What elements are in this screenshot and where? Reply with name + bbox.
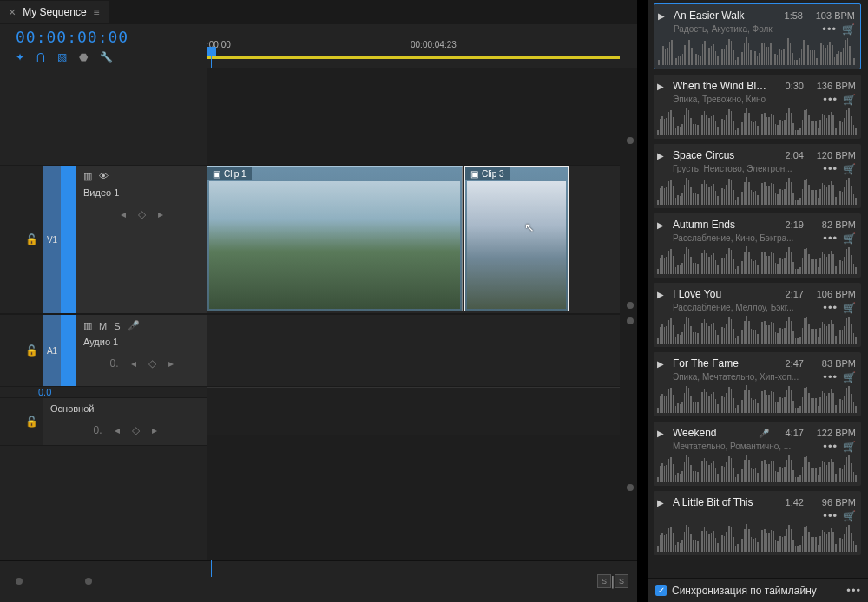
snap-icon[interactable]: ✦	[16, 51, 24, 63]
solo-button[interactable]: S	[114, 321, 120, 331]
master-track-header[interactable]: 🔓 Основной 0. ◂ ◇ ▸	[0, 397, 207, 446]
more-icon[interactable]: •••	[823, 370, 838, 383]
add-keyframe-icon[interactable]: ◇	[132, 424, 140, 436]
add-keyframe-icon[interactable]: ◇	[138, 208, 146, 220]
music-track-card[interactable]: ▶ A Little Bit of This 1:42 96 BPM ••• 🛒	[654, 491, 861, 555]
waveform[interactable]	[657, 387, 856, 413]
waveform[interactable]	[657, 109, 856, 135]
more-icon[interactable]: •••	[823, 301, 838, 314]
music-track-card[interactable]: ▶ Weekend 🎤 4:17 122 BPM Мечтательно, Ро…	[654, 422, 861, 486]
track-tag[interactable]: V1	[43, 166, 61, 313]
clip-3[interactable]: ▣Clip 3	[464, 166, 569, 311]
cart-icon[interactable]: 🛒	[843, 94, 856, 106]
video-track-header[interactable]: 🔓 V1 ▥ 👁 Видео 1 ◂ ◇ ▸	[0, 165, 207, 314]
linked-selection-icon[interactable]: ▧	[57, 51, 67, 63]
marker-icon[interactable]: ⬣	[79, 51, 88, 63]
play-icon[interactable]: ▶	[657, 498, 667, 507]
video-lane[interactable]: ▣Clip 1 ▣Clip 3	[207, 165, 620, 314]
music-track-card[interactable]: ▶ Space Circus 2:04 120 BPM Грусть, Неис…	[654, 144, 861, 208]
close-icon[interactable]: ×	[9, 5, 16, 19]
cart-icon[interactable]: 🛒	[843, 441, 856, 453]
lock-icon[interactable]: 🔓	[25, 416, 38, 428]
tab-menu-icon[interactable]: ≡	[94, 6, 100, 18]
music-track-card[interactable]: ▶ Autumn Ends 2:19 82 BPM Расслабление, …	[654, 213, 861, 278]
cart-icon[interactable]: 🛒	[843, 302, 856, 314]
next-keyframe-icon[interactable]: ▸	[158, 208, 163, 220]
master-lane[interactable]	[207, 387, 620, 435]
track-title: I Love You	[673, 288, 769, 300]
more-icon[interactable]: •••	[823, 232, 838, 245]
music-track-card[interactable]: ▶ When the Wind Blows 0:30 136 BPM Эпика…	[654, 75, 861, 139]
play-icon[interactable]: ▶	[657, 151, 667, 160]
waveform[interactable]	[657, 179, 856, 205]
magnet-icon[interactable]: ⋂	[36, 51, 45, 63]
add-keyframe-icon[interactable]: ◇	[148, 357, 156, 370]
music-track-card[interactable]: ▶ An Easier Walk 1:58 103 BPM Радость, А…	[654, 3, 861, 69]
more-icon[interactable]: •••	[823, 162, 838, 175]
lock-icon[interactable]: 🔓	[25, 344, 38, 357]
eye-icon[interactable]: 👁	[99, 171, 108, 182]
solo-toggle[interactable]: S	[615, 574, 628, 588]
cart-icon[interactable]: 🛒	[842, 23, 855, 36]
horizontal-zoom-scrollbar[interactable]	[16, 578, 102, 586]
vertical-scrollbar[interactable]	[627, 76, 634, 491]
audio-track-header[interactable]: 🔓 A1 ▥ M S 🎤 Аудио 1 0. ◂ ◇ ▸	[0, 314, 207, 387]
cart-icon[interactable]: 🛒	[843, 232, 856, 245]
music-track-card[interactable]: ▶ I Love You 2:17 106 BPM Расслабление, …	[654, 283, 861, 347]
timeline-footer: ▸│	[0, 560, 637, 602]
prev-keyframe-icon[interactable]: ◂	[115, 424, 120, 436]
track-volume[interactable]: 0.	[93, 424, 102, 436]
mute-button[interactable]: M	[99, 321, 107, 331]
waveform[interactable]	[657, 248, 856, 274]
more-icon[interactable]: •••	[822, 23, 837, 36]
waveform[interactable]	[657, 526, 856, 552]
track-drag-handle[interactable]	[61, 166, 76, 313]
timeline-tab[interactable]: × My Sequence ≡	[0, 1, 108, 23]
mic-icon[interactable]: 🎤	[128, 320, 140, 331]
more-icon[interactable]: •••	[823, 93, 838, 106]
track-name: Основной	[50, 403, 200, 414]
more-icon[interactable]: •••	[846, 584, 861, 597]
cart-icon[interactable]: 🛒	[843, 163, 856, 175]
cart-icon[interactable]: 🛒	[843, 510, 856, 522]
track-drag-handle[interactable]	[61, 315, 76, 386]
prev-keyframe-icon[interactable]: ◂	[121, 208, 126, 220]
waveform-icon[interactable]: ▥	[83, 320, 92, 331]
music-track-card[interactable]: ▶ For The Fame 2:47 83 BPM Эпика, Мечтат…	[654, 352, 861, 416]
play-icon[interactable]: ▶	[658, 11, 668, 21]
playhead[interactable]	[207, 47, 216, 61]
play-icon[interactable]: ▶	[657, 290, 667, 299]
fx-icon: ▣	[213, 169, 220, 179]
track-tag[interactable]: A1	[43, 315, 61, 386]
track-title: Autumn Ends	[673, 219, 769, 231]
cart-icon[interactable]: 🛒	[843, 371, 856, 383]
play-icon[interactable]: ▶	[657, 359, 667, 369]
track-title: Space Circus	[673, 149, 769, 161]
track-volume[interactable]: 0.	[109, 357, 118, 370]
solo-toggle[interactable]: S	[597, 574, 611, 588]
wrench-icon[interactable]: 🔧	[100, 51, 113, 63]
next-keyframe-icon[interactable]: ▸	[168, 357, 174, 370]
music-list[interactable]: ▶ An Easier Walk 1:58 103 BPM Радость, А…	[648, 0, 868, 578]
waveform[interactable]	[658, 39, 855, 65]
track-area[interactable]: ▣Clip 1 ▣Clip 3 ↖	[207, 68, 637, 560]
play-icon[interactable]: ▶	[657, 220, 667, 230]
timeline-header: 00:00:00:00 ✦ ⋂ ▧ ⬣ 🔧 :00:00 00:00:04:23	[0, 24, 637, 68]
waveform[interactable]	[657, 456, 856, 482]
timeline-tools: ✦ ⋂ ▧ ⬣ 🔧	[16, 51, 207, 63]
more-icon[interactable]: •••	[823, 440, 838, 453]
prev-keyframe-icon[interactable]: ◂	[131, 357, 136, 370]
clip-label: Clip 3	[482, 169, 504, 179]
play-icon[interactable]: ▶	[657, 429, 667, 438]
next-keyframe-icon[interactable]: ▸	[152, 424, 157, 436]
waveform[interactable]	[657, 317, 856, 344]
play-icon[interactable]: ▶	[657, 82, 667, 91]
audio-lane[interactable]	[207, 314, 620, 387]
time-ruler[interactable]: :00:00 00:00:04:23	[207, 28, 637, 43]
filmstrip-icon[interactable]: ▥	[83, 171, 92, 182]
more-icon[interactable]: •••	[823, 509, 838, 522]
clip-1[interactable]: ▣Clip 1	[207, 166, 463, 311]
sync-checkbox[interactable]: ✓	[655, 585, 667, 596]
lock-icon[interactable]: 🔓	[25, 233, 38, 245]
playhead-timecode[interactable]: 00:00:00:00	[16, 28, 207, 46]
